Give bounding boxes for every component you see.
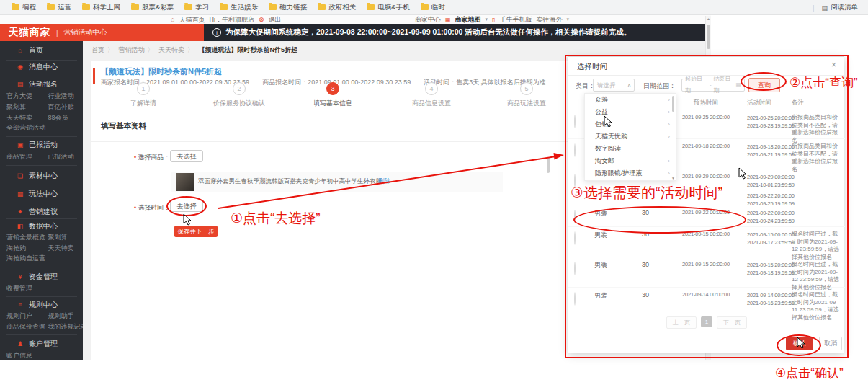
- table-row[interactable]: 男装30 2021-09-15 20:00:00 2021-09-15 20:0…: [568, 257, 845, 288]
- row-radio[interactable]: [574, 115, 576, 128]
- row-radio[interactable]: [574, 174, 576, 187]
- row-radio[interactable]: [574, 231, 576, 245]
- cancel-button[interactable]: 取消: [819, 337, 842, 350]
- bookmark-item[interactable]: 学习: [184, 3, 209, 12]
- logout-link[interactable]: 退出: [268, 15, 281, 25]
- sidebar-item-account[interactable]: ♟账户管理: [0, 338, 83, 350]
- dropdown-item[interactable]: 淘女郎›: [585, 155, 676, 167]
- current-page[interactable]: 1: [701, 316, 712, 327]
- sidebar-item-messages[interactable]: ◉消息中心: [0, 61, 83, 73]
- category-label: 类目：: [576, 81, 595, 91]
- divider: [6, 334, 77, 335]
- merchant-center-link[interactable]: 商家中心: [415, 15, 441, 25]
- sidebar-sublink[interactable]: 我的违规记录: [42, 322, 84, 332]
- row-radio[interactable]: [574, 292, 576, 306]
- sidebar-sublink[interactable]: 天天特卖: [42, 244, 84, 253]
- sidebar-sublink[interactable]: 百亿补贴: [42, 102, 84, 112]
- sidebar-sublink[interactable]: 聚划算: [0, 102, 42, 112]
- table-row[interactable]: 2021-09-22 20:00:002021-09-25 19:59:59: [568, 188, 845, 205]
- dropdown-item[interactable]: 数字阅读: [585, 143, 676, 155]
- chevron-down-icon: ▾: [566, 17, 569, 22]
- dropdown-item[interactable]: 众筹›: [585, 94, 676, 106]
- sidebar-item-data-center[interactable]: ◧数据中心: [0, 221, 83, 232]
- breadcrumb-link[interactable]: 天天特卖: [158, 46, 184, 53]
- dropdown-item[interactable]: 公益›: [585, 106, 676, 118]
- product-name: 双面穿外套男生春秋季潮流韩版百搭夹克青少年初中高中学生外衣服: [198, 177, 382, 186]
- sidebar-sublink[interactable]: 已报活动: [42, 152, 84, 161]
- overseas-link[interactable]: 卖往海外: [536, 15, 562, 25]
- sidebar-sublink[interactable]: 商品管理: [0, 152, 42, 161]
- tmall-home-link[interactable]: 天猫首页: [179, 15, 205, 25]
- step-5: 5商品玩法设置: [483, 82, 570, 108]
- dropdown-item[interactable]: 天猫无忧购›: [585, 130, 676, 143]
- sidebar-item-activity-signup[interactable]: ▤活动报名: [0, 79, 83, 90]
- bookmark-item[interactable]: 磁力链接: [269, 3, 307, 12]
- inner-scrollbar-thumb[interactable]: [547, 157, 550, 173]
- divider: [6, 165, 77, 166]
- qianniu-link[interactable]: 千牛手机版: [499, 15, 532, 25]
- sidebar-sublink[interactable]: 官方大促: [0, 92, 42, 101]
- bookmark-item[interactable]: 编程: [12, 3, 36, 12]
- sidebar-item-funds[interactable]: ¥资金管理: [0, 271, 83, 283]
- date-range-input[interactable]: 起始日期 - 结束日期 ▦: [681, 79, 745, 92]
- sidebar-sublink[interactable]: 规则助手: [42, 311, 84, 321]
- divider: [6, 185, 77, 185]
- bookmark-item[interactable]: 电脑&手机: [367, 3, 409, 12]
- breadcrumb-link[interactable]: 首页: [91, 46, 104, 53]
- table-row[interactable]: 男装30 2021-09-15 00:00:00 2021-09-15 00:0…: [568, 227, 845, 257]
- confirm-button[interactable]: 确认: [786, 337, 813, 350]
- bookmark-item[interactable]: 股票&彩票: [131, 3, 174, 12]
- delete-product-link[interactable]: 删除: [378, 177, 390, 186]
- sidebar-item-rules[interactable]: ≡规则中心: [0, 299, 83, 311]
- dropdown-item[interactable]: 隐形眼镜/护理液›: [585, 167, 676, 180]
- sidebar-item-materials[interactable]: ❏素材中心: [0, 170, 83, 182]
- bookmark-item[interactable]: 科学上网: [82, 3, 120, 12]
- bookmark-item[interactable]: 运营: [47, 3, 71, 12]
- table-row-selected[interactable]: 男装30 2021-09-22 00:00:00 2021-09-22 00:0…: [568, 205, 845, 227]
- sidebar-sublink[interactable]: 收费管理: [0, 284, 83, 293]
- sidebar-sublink[interactable]: 全部营销活动: [0, 123, 83, 133]
- merchant-map-link[interactable]: 商家地图: [455, 15, 481, 25]
- scrollbar-thumb[interactable]: [707, 25, 710, 49]
- sidebar-item-gameplay[interactable]: ▦玩法中心: [0, 188, 83, 200]
- sidebar-item-reported-activities[interactable]: ▣已报活动: [0, 139, 83, 151]
- sidebar-sublink[interactable]: 淘抢购自运营: [0, 254, 83, 263]
- sidebar-subrow: 账户信息: [0, 351, 83, 360]
- sidebar-sublink[interactable]: 规则门户: [0, 311, 42, 321]
- sidebar-sublink[interactable]: 商品保价查询: [0, 322, 42, 332]
- save-next-button[interactable]: 保存并下一步: [174, 226, 218, 237]
- row-radio[interactable]: [574, 262, 576, 275]
- breadcrumb-current: 【频道玩法】限时秒杀前N件5折起: [199, 46, 298, 53]
- sidebar-item-home[interactable]: ⌂首页: [0, 45, 83, 56]
- bookmark-item[interactable]: 政府相关: [318, 3, 356, 12]
- sidebar-subrow: 营销全景概览聚划算: [0, 233, 83, 242]
- sidebar-sublink[interactable]: 天天特卖: [0, 113, 42, 123]
- choose-time-button[interactable]: 去选择: [170, 200, 203, 212]
- prev-page-button[interactable]: 上一页: [666, 316, 697, 329]
- next-page-button[interactable]: 下一页: [717, 316, 747, 329]
- dropdown-item[interactable]: 包销›: [585, 118, 676, 130]
- sidebar-sublink[interactable]: 88会员: [42, 113, 84, 123]
- sidebar-sublink[interactable]: 账户信息: [0, 351, 83, 360]
- sidebar-sublink[interactable]: 淘抢购: [0, 244, 42, 253]
- sidebar-sublink[interactable]: 聚划算: [42, 233, 84, 242]
- sidebar-item-marketing-advice[interactable]: ✦营销建议: [0, 206, 83, 218]
- reading-list-button[interactable]: 阅读清单: [831, 3, 858, 12]
- dropdown-scrollbar-thumb[interactable]: [672, 96, 674, 112]
- category-select[interactable]: 请选择 ∧: [593, 79, 635, 92]
- chevron-right-icon: ›: [668, 155, 670, 167]
- query-button[interactable]: 查询: [748, 78, 780, 92]
- scroll-up-icon[interactable]: ▲: [706, 17, 711, 21]
- row-radio[interactable]: [574, 210, 576, 223]
- row-radio[interactable]: [574, 143, 576, 157]
- table-row[interactable]: 男装30 2021-09-14 00:00:00 2021-09-14 00:0…: [568, 288, 845, 318]
- bookmark-item[interactable]: 临时: [421, 3, 445, 12]
- sidebar-sublink[interactable]: 营销全景概览: [0, 233, 42, 242]
- sidebar-sublink[interactable]: 行业活动: [42, 92, 84, 101]
- divider: [6, 60, 77, 61]
- close-icon[interactable]: ×: [831, 60, 836, 70]
- home-icon: ⌂: [16, 47, 24, 54]
- bookmark-item[interactable]: 生活娱乐: [220, 3, 258, 12]
- breadcrumb-link[interactable]: 营销活动: [119, 46, 145, 53]
- choose-product-button[interactable]: 去选择: [170, 150, 203, 162]
